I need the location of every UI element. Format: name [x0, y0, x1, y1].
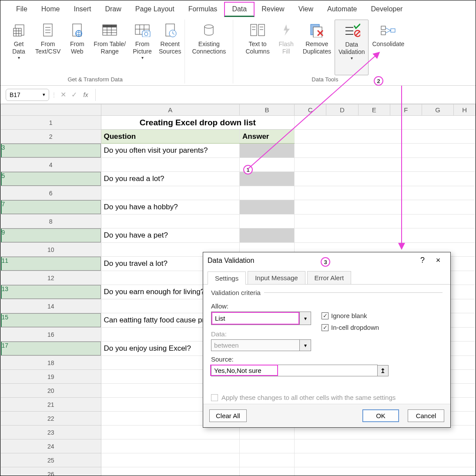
clear-all-button[interactable]: Clear All [209, 409, 247, 422]
cancel-button[interactable]: Cancel [408, 409, 444, 422]
row-header[interactable]: 5 [1, 172, 101, 186]
row-header[interactable]: 15 [1, 313, 101, 327]
range-picker-icon[interactable]: ↥ [377, 365, 389, 376]
question-cell[interactable]: Do you read a lot? [101, 172, 240, 186]
header-answer[interactable]: Answer [240, 130, 295, 144]
col-header-H[interactable]: H [454, 104, 476, 116]
row-header[interactable]: 14 [1, 299, 101, 313]
incell-dropdown-checkbox[interactable]: ✓In-cell dropdown [322, 324, 379, 331]
dialog-close-button[interactable]: × [430, 256, 446, 265]
row-header[interactable]: 10 [1, 243, 101, 257]
row-header[interactable]: 17 [1, 342, 101, 355]
row-header[interactable]: 24 [1, 439, 101, 453]
callout-3: 3 [321, 257, 330, 267]
data-select: ▾ [211, 339, 311, 351]
from-web-button[interactable]: FromWeb [64, 20, 90, 75]
answer-cell[interactable] [240, 200, 295, 215]
dialog-tab-error-alert[interactable]: Error Alert [307, 271, 352, 284]
consolidate-button[interactable]: Consolidate [369, 20, 408, 75]
dialog-help-button[interactable]: ? [415, 256, 430, 265]
col-header-D[interactable]: D [326, 104, 358, 116]
row-header[interactable]: 4 [1, 158, 101, 172]
row-header[interactable]: 13 [1, 285, 101, 299]
recent-sources-button[interactable]: RecentSources [155, 20, 184, 75]
tab-formulas[interactable]: Formulas [181, 3, 225, 16]
answer-cell[interactable] [240, 215, 295, 228]
get-data-button[interactable]: GetData▾ [6, 20, 32, 75]
fx-icon[interactable]: fx [80, 91, 91, 98]
ribbon-group-caption-transform: Get & Transform Data [6, 75, 184, 84]
tab-file[interactable]: File [9, 3, 34, 16]
question-cell[interactable]: Do you have a hobby? [101, 200, 240, 215]
row-header[interactable]: 21 [1, 398, 101, 412]
tab-automate[interactable]: Automate [320, 3, 364, 16]
existing-connections-button[interactable]: ExistingConnections [185, 20, 233, 75]
from-csv-button[interactable]: FromText/CSV [32, 20, 64, 75]
row-header[interactable]: 9 [1, 228, 101, 242]
source-input[interactable] [211, 365, 378, 376]
data-validation-button[interactable]: DataValidation▾ [335, 20, 369, 75]
file-csv-icon [39, 21, 57, 39]
tab-developer[interactable]: Developer [364, 3, 410, 16]
ok-button[interactable]: OK [362, 409, 399, 422]
header-question[interactable]: Question [101, 130, 240, 144]
answer-cell[interactable] [240, 228, 295, 243]
tab-view[interactable]: View [292, 3, 320, 16]
answer-cell[interactable] [240, 186, 295, 200]
question-cell[interactable]: Do you often visit your parents? [101, 144, 240, 158]
row-header[interactable]: 18 [1, 356, 101, 370]
col-header-F[interactable]: F [390, 104, 422, 116]
tab-data[interactable]: Data [224, 2, 255, 17]
allow-select[interactable]: ▾ [211, 312, 311, 325]
name-box[interactable]: B17 ▾ [6, 89, 49, 101]
row-header[interactable]: 20 [1, 384, 101, 398]
tab-home[interactable]: Home [34, 3, 67, 16]
row-header[interactable]: 8 [1, 215, 101, 228]
chevron-down-icon[interactable]: ▾ [299, 312, 311, 325]
from-table-range-button[interactable]: From Table/Range [90, 20, 129, 75]
tab-page-layout[interactable]: Page Layout [128, 3, 181, 16]
answer-cell[interactable] [240, 144, 295, 158]
row-header[interactable]: 25 [1, 453, 101, 467]
ignore-blank-checkbox[interactable]: ✓Ignore blank [322, 312, 379, 319]
col-header-A[interactable]: A [101, 104, 240, 116]
row-header[interactable]: 2 [1, 130, 101, 144]
row-header[interactable]: 1 [1, 116, 101, 130]
dialog-tab-settings[interactable]: Settings [208, 272, 246, 285]
get-data-label: GetData [12, 40, 25, 55]
tab-insert[interactable]: Insert [67, 3, 98, 16]
tab-draw[interactable]: Draw [98, 3, 128, 16]
flash-fill-button[interactable]: FlashFill [273, 20, 299, 75]
row-header[interactable]: 3 [1, 144, 101, 158]
question-cell[interactable] [101, 158, 240, 172]
row-header[interactable]: 26 [1, 467, 101, 476]
svg-rect-27 [251, 24, 257, 36]
question-cell[interactable] [101, 186, 240, 200]
row-header[interactable]: 22 [1, 412, 101, 426]
formula-input[interactable] [95, 89, 470, 101]
select-all-triangle[interactable] [1, 104, 101, 116]
row-header[interactable]: 6 [1, 186, 101, 200]
col-header-C[interactable]: C [295, 104, 326, 116]
remove-duplicates-button[interactable]: RemoveDuplicates [299, 20, 335, 75]
row-header[interactable]: 7 [1, 200, 101, 214]
question-cell[interactable] [101, 215, 240, 228]
col-header-E[interactable]: E [358, 104, 390, 116]
row-header[interactable]: 19 [1, 370, 101, 384]
row-header[interactable]: 16 [1, 328, 101, 342]
row-header[interactable]: 11 [1, 257, 101, 271]
text-to-columns-button[interactable]: Text toColumns [242, 20, 273, 75]
col-header-G[interactable]: G [422, 104, 453, 116]
data-value [211, 340, 299, 351]
row-header[interactable]: 23 [1, 426, 101, 439]
formula-accept-icon[interactable]: ✓ [70, 91, 79, 99]
dialog-tab-input-message[interactable]: Input Message [248, 271, 305, 284]
row-header[interactable]: 12 [1, 271, 101, 285]
title-cell[interactable]: Creating Excel drop down list [101, 116, 295, 130]
allow-value[interactable] [212, 313, 298, 324]
tab-review[interactable]: Review [255, 3, 291, 16]
formula-cancel-icon[interactable]: ✕ [59, 91, 68, 99]
from-picture-button[interactable]: FromPicture▾ [129, 20, 155, 75]
question-cell[interactable]: Do you have a pet? [101, 228, 240, 243]
col-header-B[interactable]: B [240, 104, 295, 116]
